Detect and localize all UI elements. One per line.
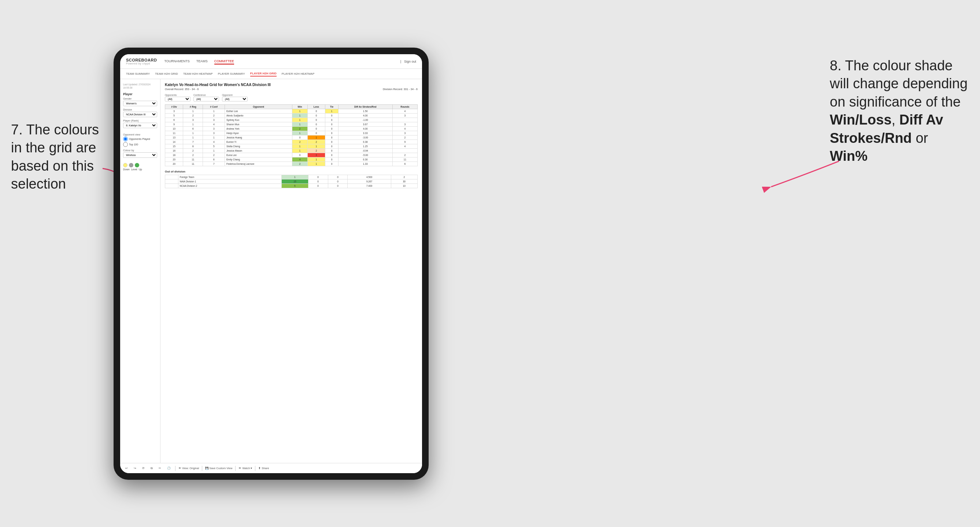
- nav-bar: SCOREBOARD Powered by clippd TOURNAMENTS…: [120, 54, 422, 69]
- nav-links: TOURNAMENTS TEAMS COMMITTEE: [164, 59, 400, 65]
- clock-btn[interactable]: 🕐: [165, 466, 172, 471]
- table-row: 20 11 6 Emily Chang 4 1 0 0.30 11: [165, 157, 418, 162]
- sidebar-updated: Last Updated: 27/03/202416:55:38: [123, 83, 157, 89]
- legend-label-level: Level: [131, 168, 137, 171]
- radio-opponents-played[interactable]: Opponents Played: [123, 137, 157, 141]
- th-opponent: Opponent: [225, 105, 292, 109]
- th-win: Win: [292, 105, 307, 109]
- sidebar-gender-label: Gender: [123, 97, 157, 100]
- filter-opponent-select[interactable]: (All): [222, 97, 248, 102]
- legend-dot-up: [135, 163, 139, 167]
- nav-committee[interactable]: COMMITTEE: [214, 59, 234, 65]
- table-row: 20 11 7 Federica Domecq Lacroze 2 1 0 1.…: [165, 162, 418, 166]
- overall-record: Overall Record: 353 - 34 - 6: [165, 87, 199, 91]
- logo: SCOREBOARD Powered by clippd: [126, 58, 157, 65]
- filter-conference: Conference (All): [193, 94, 219, 102]
- division-record: Division Record: 331 - 34 - 6: [383, 87, 418, 91]
- save-custom-label: Save Custom View: [209, 467, 232, 470]
- sidebar: Last Updated: 27/03/202416:55:38 Player …: [120, 79, 161, 463]
- ood-table-row: NCAA Division 2 5 0 0 7.400 10: [165, 184, 418, 188]
- sidebar-gender-select[interactable]: Women's: [123, 101, 157, 106]
- sidebar-radio-group: Opponents Played Top 100: [123, 137, 157, 147]
- logo-text: SCOREBOARD: [126, 58, 157, 62]
- sidebar-player-rank-select[interactable]: 8. Katelyn Vo: [123, 123, 157, 128]
- watch-btn[interactable]: 👁 Watch ▾: [239, 467, 252, 470]
- annotation-left: 7. The colours in the grid are based on …: [11, 121, 110, 194]
- toolbar-sep2: [202, 466, 202, 471]
- grid-title: Katelyn Vo Head-to-Head Grid for Women's…: [165, 83, 418, 87]
- eye-icon: 👁: [178, 467, 181, 470]
- filter-conference-select[interactable]: (All): [193, 97, 219, 102]
- filters-row: Opponents: (All) Conference (All) Oppone…: [165, 94, 418, 102]
- tablet-frame: SCOREBOARD Powered by clippd TOURNAMENTS…: [114, 48, 429, 480]
- sidebar-opponent-view-label: Opponent view: [123, 133, 157, 136]
- share-icon: ⬆: [258, 467, 261, 470]
- th-tie: Tie: [325, 105, 339, 109]
- annotation-right-text1: 8. The colour shade will change dependin…: [830, 58, 967, 110]
- redo-btn[interactable]: ↪: [132, 466, 138, 471]
- subnav-team-h2h-grid[interactable]: TEAM H2H GRID: [155, 71, 178, 76]
- table-row: 3 1 1 Esther Lee 1 0 1 1.50 4: [165, 109, 418, 114]
- filter-opponents: Opponents: (All): [165, 94, 191, 102]
- table-row: 13 1 1 Jessica Huang 0 1 0 -3.00 2: [165, 135, 418, 140]
- table-row: 9 1 4 Sharon Mun 1 0 0 3.67 3: [165, 122, 418, 127]
- share-btn[interactable]: ⬆ Share: [258, 467, 269, 470]
- table-header-row: # Div # Reg # Conf Opponent Win Loss Tie…: [165, 105, 418, 109]
- out-of-division-table: Foreign Team 1 0 0 4.500 2 NAIA Division…: [165, 175, 418, 188]
- annotation-right-bold1: Win/Loss: [830, 112, 892, 127]
- undo-btn[interactable]: ↩: [124, 466, 129, 471]
- save-icon: 💾: [205, 467, 208, 470]
- annotation-left-text: 7. The colours in the grid are based on …: [11, 122, 99, 192]
- legend-label-up: Up: [139, 168, 142, 171]
- th-conf: # Conf: [203, 105, 225, 109]
- subnav-team-h2h-heatmap[interactable]: TEAM H2H HEATMAP: [183, 71, 213, 76]
- step-btn[interactable]: ⟳: [141, 466, 146, 471]
- filter-opponents-select[interactable]: (All): [165, 97, 191, 102]
- nav-signout[interactable]: Sign out: [404, 59, 416, 64]
- tablet-screen: SCOREBOARD Powered by clippd TOURNAMENTS…: [120, 54, 422, 473]
- copy-btn[interactable]: ⧉: [149, 466, 154, 471]
- save-custom-btn[interactable]: 💾 Save Custom View: [205, 467, 232, 470]
- table-row: 11 1 3 Heejo Hyun 1 0 0 3.33 3: [165, 131, 418, 135]
- th-reg: # Reg: [183, 105, 203, 109]
- radio-top100[interactable]: Top 100: [123, 142, 157, 147]
- scissors-btn[interactable]: ✂: [157, 466, 163, 471]
- toolbar-sep4: [255, 466, 255, 471]
- watch-arrow: ▾: [251, 467, 252, 470]
- sidebar-player-title: Player: [123, 92, 157, 96]
- table-row: 6 3 3 Sydney Kuo 1 0 0 -1.00: [165, 118, 418, 122]
- sidebar-colour-by-select[interactable]: Win/loss: [123, 152, 157, 158]
- grid-record: Overall Record: 353 - 34 - 6 Division Re…: [165, 87, 418, 91]
- th-div: # Div: [165, 105, 183, 109]
- th-diff: Diff Av Strokes/Rnd: [338, 105, 392, 109]
- filter-opponent-label: Opponent: [222, 94, 248, 96]
- sub-nav: TEAM SUMMARY TEAM H2H GRID TEAM H2H HEAT…: [120, 69, 422, 79]
- legend: [123, 163, 157, 167]
- subnav-player-h2h-heatmap[interactable]: PLAYER H2H HEATMAP: [282, 71, 315, 76]
- sidebar-division-select[interactable]: NCAA Division III: [123, 112, 157, 117]
- legend-dot-level: [129, 163, 134, 167]
- table-row: 18 2 2 Euna Lee 0 3 0 -5.00 2: [165, 153, 418, 157]
- nav-pipe: |: [401, 60, 401, 63]
- grid-content: Katelyn Vo Head-to-Head Grid for Women's…: [161, 79, 422, 463]
- logo-sub: Powered by clippd: [126, 62, 157, 65]
- annotation-comma: ,: [892, 112, 899, 127]
- subnav-player-h2h-grid[interactable]: PLAYER H2H GRID: [250, 71, 277, 76]
- arrow-right: [767, 157, 841, 194]
- share-label: Share: [262, 467, 269, 470]
- main-content: Last Updated: 27/03/202416:55:38 Player …: [120, 79, 422, 463]
- nav-teams[interactable]: TEAMS: [196, 59, 208, 65]
- subnav-player-summary[interactable]: PLAYER SUMMARY: [218, 71, 245, 76]
- main-data-table: # Div # Reg # Conf Opponent Win Loss Tie…: [165, 105, 418, 166]
- ood-table-row: Foreign Team 1 0 0 4.500 2: [165, 175, 418, 179]
- subnav-team-summary[interactable]: TEAM SUMMARY: [126, 71, 150, 76]
- view-original-btn[interactable]: 👁 View: Original: [178, 467, 199, 470]
- toolbar: ↩ ↪ ⟳ ⧉ ✂ 🕐 👁 View: Original 💾 Save Cust…: [120, 463, 422, 473]
- out-of-division-header: Out of division: [165, 170, 418, 173]
- th-rounds: Rounds: [392, 105, 417, 109]
- table-row: 15 8 5 Stella Cheng 1 1 0 1.25 4: [165, 144, 418, 149]
- ood-table-row: NAIA Division 1 15 0 0 9.267 30: [165, 179, 418, 184]
- nav-tournaments[interactable]: TOURNAMENTS: [164, 59, 189, 65]
- table-row: 10 6 3 Andrea York 2 0 0 4.00 4: [165, 127, 418, 131]
- annotation-or: or: [912, 130, 928, 146]
